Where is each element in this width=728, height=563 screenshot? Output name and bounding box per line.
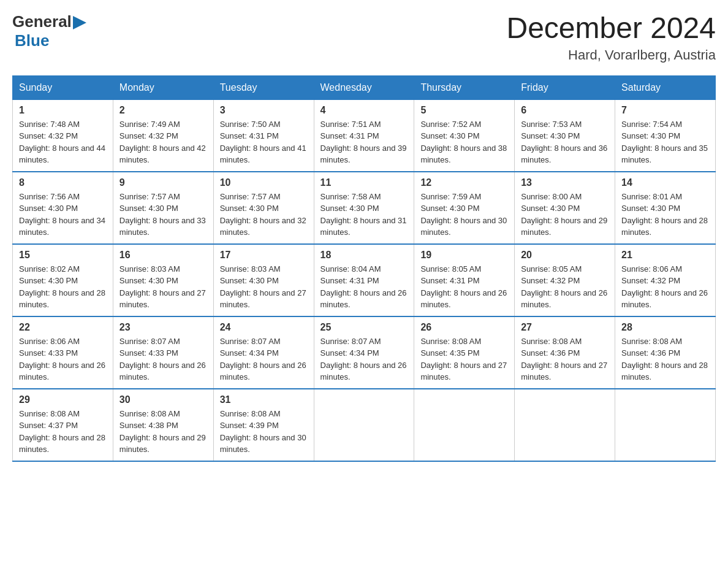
- calendar-header: SundayMondayTuesdayWednesdayThursdayFrid…: [13, 75, 716, 99]
- day-info: Sunrise: 8:08 AMSunset: 4:38 PMDaylight:…: [119, 409, 206, 454]
- calendar-cell: 12 Sunrise: 7:59 AMSunset: 4:30 PMDaylig…: [414, 172, 515, 244]
- calendar-table: SundayMondayTuesdayWednesdayThursdayFrid…: [12, 75, 716, 462]
- calendar-cell: 14 Sunrise: 8:01 AMSunset: 4:30 PMDaylig…: [615, 172, 716, 244]
- day-info: Sunrise: 8:04 AMSunset: 4:31 PMDaylight:…: [320, 264, 407, 310]
- calendar-week-2: 8 Sunrise: 7:56 AMSunset: 4:30 PMDayligh…: [13, 172, 716, 244]
- calendar-cell: [615, 389, 716, 461]
- day-number: 2: [119, 105, 207, 116]
- calendar-cell: 5 Sunrise: 7:52 AMSunset: 4:30 PMDayligh…: [414, 99, 515, 172]
- day-number: 19: [420, 250, 508, 261]
- day-number: 23: [119, 322, 207, 333]
- calendar-cell: 20 Sunrise: 8:05 AMSunset: 4:32 PMDaylig…: [515, 244, 615, 316]
- day-number: 5: [420, 105, 508, 116]
- calendar-cell: 8 Sunrise: 7:56 AMSunset: 4:30 PMDayligh…: [13, 172, 113, 244]
- calendar-week-1: 1 Sunrise: 7:48 AMSunset: 4:32 PMDayligh…: [13, 99, 716, 172]
- weekday-header-thursday: Thursday: [414, 75, 515, 99]
- day-number: 21: [621, 250, 709, 261]
- day-info: Sunrise: 8:03 AMSunset: 4:30 PMDaylight:…: [119, 264, 206, 310]
- weekday-header-monday: Monday: [113, 75, 213, 99]
- day-number: 11: [320, 177, 408, 188]
- location-title: Hard, Vorarlberg, Austria: [506, 47, 716, 63]
- calendar-cell: 21 Sunrise: 8:06 AMSunset: 4:32 PMDaylig…: [615, 244, 716, 316]
- calendar-week-3: 15 Sunrise: 8:02 AMSunset: 4:30 PMDaylig…: [13, 244, 716, 316]
- day-number: 13: [521, 177, 609, 188]
- day-info: Sunrise: 8:08 AMSunset: 4:36 PMDaylight:…: [621, 337, 708, 382]
- calendar-cell: 2 Sunrise: 7:49 AMSunset: 4:32 PMDayligh…: [113, 99, 213, 172]
- day-number: 7: [621, 105, 709, 116]
- day-number: 15: [19, 250, 107, 261]
- weekday-header-row: SundayMondayTuesdayWednesdayThursdayFrid…: [13, 75, 716, 99]
- day-info: Sunrise: 7:49 AMSunset: 4:32 PMDaylight:…: [119, 120, 206, 165]
- day-info: Sunrise: 8:05 AMSunset: 4:31 PMDaylight:…: [420, 264, 507, 310]
- day-number: 4: [320, 105, 408, 116]
- weekday-header-sunday: Sunday: [13, 75, 113, 99]
- calendar-cell: 7 Sunrise: 7:54 AMSunset: 4:30 PMDayligh…: [615, 99, 716, 172]
- calendar-cell: 15 Sunrise: 8:02 AMSunset: 4:30 PMDaylig…: [13, 244, 113, 316]
- calendar-cell: 3 Sunrise: 7:50 AMSunset: 4:31 PMDayligh…: [213, 99, 314, 172]
- calendar-cell: [314, 389, 414, 461]
- month-title: December 2024: [506, 12, 716, 45]
- day-info: Sunrise: 7:51 AMSunset: 4:31 PMDaylight:…: [320, 120, 407, 165]
- day-number: 30: [119, 394, 207, 405]
- day-number: 12: [420, 177, 508, 188]
- day-info: Sunrise: 7:57 AMSunset: 4:30 PMDaylight:…: [220, 192, 306, 237]
- calendar-cell: 25 Sunrise: 8:07 AMSunset: 4:34 PMDaylig…: [314, 316, 414, 389]
- day-info: Sunrise: 7:56 AMSunset: 4:30 PMDaylight:…: [19, 192, 105, 237]
- day-number: 14: [621, 177, 709, 188]
- day-info: Sunrise: 8:06 AMSunset: 4:32 PMDaylight:…: [621, 264, 708, 310]
- day-info: Sunrise: 8:08 AMSunset: 4:37 PMDaylight:…: [19, 409, 105, 454]
- day-info: Sunrise: 7:54 AMSunset: 4:30 PMDaylight:…: [621, 120, 708, 165]
- day-number: 9: [119, 177, 207, 188]
- day-info: Sunrise: 8:08 AMSunset: 4:35 PMDaylight:…: [420, 337, 507, 382]
- day-number: 31: [220, 394, 308, 405]
- day-number: 27: [521, 322, 609, 333]
- calendar-week-4: 22 Sunrise: 8:06 AMSunset: 4:33 PMDaylig…: [13, 316, 716, 389]
- calendar-body: 1 Sunrise: 7:48 AMSunset: 4:32 PMDayligh…: [13, 99, 716, 461]
- calendar-cell: 19 Sunrise: 8:05 AMSunset: 4:31 PMDaylig…: [414, 244, 515, 316]
- day-info: Sunrise: 7:59 AMSunset: 4:30 PMDaylight:…: [420, 192, 507, 237]
- calendar-cell: 17 Sunrise: 8:03 AMSunset: 4:30 PMDaylig…: [213, 244, 314, 316]
- logo-blue: Blue: [12, 31, 86, 50]
- day-info: Sunrise: 8:08 AMSunset: 4:39 PMDaylight:…: [220, 409, 306, 454]
- day-info: Sunrise: 8:02 AMSunset: 4:30 PMDaylight:…: [19, 264, 105, 310]
- day-number: 17: [220, 250, 308, 261]
- day-number: 3: [220, 105, 308, 116]
- day-info: Sunrise: 8:07 AMSunset: 4:34 PMDaylight:…: [220, 337, 306, 382]
- day-info: Sunrise: 8:00 AMSunset: 4:30 PMDaylight:…: [521, 192, 607, 237]
- day-info: Sunrise: 8:07 AMSunset: 4:34 PMDaylight:…: [320, 337, 407, 382]
- day-info: Sunrise: 7:53 AMSunset: 4:30 PMDaylight:…: [521, 120, 607, 165]
- calendar-cell: 29 Sunrise: 8:08 AMSunset: 4:37 PMDaylig…: [13, 389, 113, 461]
- calendar-cell: 13 Sunrise: 8:00 AMSunset: 4:30 PMDaylig…: [515, 172, 615, 244]
- day-number: 26: [420, 322, 508, 333]
- logo: General Blue: [12, 12, 86, 50]
- day-number: 28: [621, 322, 709, 333]
- calendar-cell: 1 Sunrise: 7:48 AMSunset: 4:32 PMDayligh…: [13, 99, 113, 172]
- calendar-cell: 26 Sunrise: 8:08 AMSunset: 4:35 PMDaylig…: [414, 316, 515, 389]
- day-info: Sunrise: 7:50 AMSunset: 4:31 PMDaylight:…: [220, 120, 306, 165]
- day-info: Sunrise: 7:48 AMSunset: 4:32 PMDaylight:…: [19, 120, 105, 165]
- day-info: Sunrise: 7:52 AMSunset: 4:30 PMDaylight:…: [420, 120, 507, 165]
- day-number: 22: [19, 322, 107, 333]
- weekday-header-tuesday: Tuesday: [213, 75, 314, 99]
- weekday-header-wednesday: Wednesday: [314, 75, 414, 99]
- day-info: Sunrise: 8:05 AMSunset: 4:32 PMDaylight:…: [521, 264, 607, 310]
- logo-general: General: [12, 12, 72, 31]
- day-info: Sunrise: 8:06 AMSunset: 4:33 PMDaylight:…: [19, 337, 105, 382]
- day-number: 1: [19, 105, 107, 116]
- weekday-header-friday: Friday: [515, 75, 615, 99]
- calendar-cell: 10 Sunrise: 7:57 AMSunset: 4:30 PMDaylig…: [213, 172, 314, 244]
- calendar-cell: 24 Sunrise: 8:07 AMSunset: 4:34 PMDaylig…: [213, 316, 314, 389]
- day-number: 8: [19, 177, 107, 188]
- day-number: 6: [521, 105, 609, 116]
- weekday-header-saturday: Saturday: [615, 75, 716, 99]
- calendar-cell: 6 Sunrise: 7:53 AMSunset: 4:30 PMDayligh…: [515, 99, 615, 172]
- day-number: 20: [521, 250, 609, 261]
- day-info: Sunrise: 7:57 AMSunset: 4:30 PMDaylight:…: [119, 192, 206, 237]
- calendar-cell: 9 Sunrise: 7:57 AMSunset: 4:30 PMDayligh…: [113, 172, 213, 244]
- calendar-cell: [515, 389, 615, 461]
- calendar-week-5: 29 Sunrise: 8:08 AMSunset: 4:37 PMDaylig…: [13, 389, 716, 461]
- calendar-cell: 22 Sunrise: 8:06 AMSunset: 4:33 PMDaylig…: [13, 316, 113, 389]
- logo-arrow-icon: [73, 16, 86, 29]
- calendar-cell: 23 Sunrise: 8:07 AMSunset: 4:33 PMDaylig…: [113, 316, 213, 389]
- calendar-cell: 28 Sunrise: 8:08 AMSunset: 4:36 PMDaylig…: [615, 316, 716, 389]
